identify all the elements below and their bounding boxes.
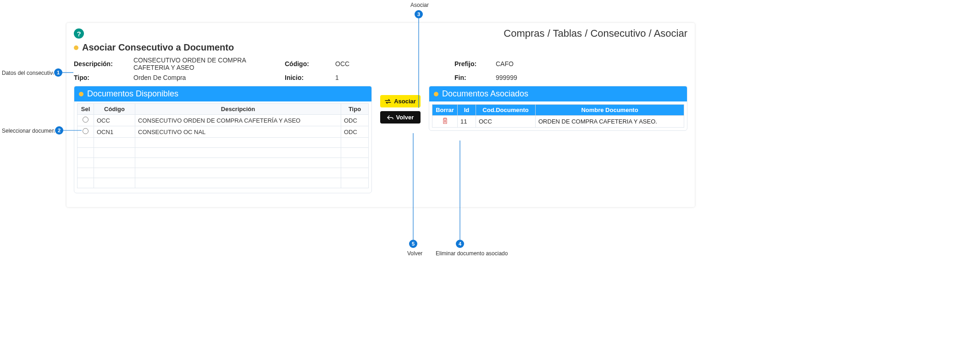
table-row: OCC CONSECUTIVO ORDEN DE COMPRA CAFETERÍ… (78, 115, 369, 126)
th-borrar: Borrar (432, 105, 458, 116)
value-codigo: OCC (335, 60, 450, 67)
annotation-marker: 4 (456, 240, 464, 248)
table-asociados: Borrar Id Cod.Documento Nombre Documento (432, 104, 684, 128)
label-descripcion: Descripción: (74, 60, 129, 67)
annotation-label: Volver (407, 250, 422, 257)
cell-codigo: OCC (94, 115, 135, 126)
annotation-label: Asociar (410, 2, 429, 8)
th-tipo: Tipo (341, 104, 369, 115)
cell-cod: OCC (476, 116, 536, 128)
cell-tipo: ODC (341, 126, 369, 138)
section-title-row: Asociar Consecutivo a Documento (74, 42, 687, 53)
panel-header-asociados: Documentos Asociados (429, 86, 687, 101)
annotation-label: Seleccionar documento (2, 128, 59, 134)
cell-descripcion: CONSECUTIVO OC NAL (135, 126, 341, 138)
table-row-empty (78, 178, 369, 188)
value-tipo: Orden De Compra (133, 74, 280, 81)
help-icon[interactable]: ? (74, 28, 84, 39)
annotation-marker: 3 (415, 10, 423, 18)
top-row: ? Compras / Tablas / Consecutivo / Asoci… (74, 28, 687, 39)
value-descripcion: CONSECUTIVO ORDEN DE COMPRA CAFETERIA Y … (133, 56, 280, 71)
table-row-empty (78, 158, 369, 168)
label-tipo: Tipo: (74, 74, 129, 81)
th-nombre: Nombre Documento (536, 105, 684, 116)
breadcrumb: Compras / Tablas / Consecutivo / Asociar (504, 28, 687, 39)
table-row: OCN1 CONSECUTIVO OC NAL ODC (78, 126, 369, 138)
delete-icon[interactable] (442, 118, 448, 125)
table-row-empty (78, 168, 369, 178)
section-title: Asociar Consecutivo a Documento (82, 42, 234, 53)
columns: Documentos Disponibles Sel Código Descri… (74, 86, 687, 193)
label-codigo: Código: (285, 60, 331, 67)
volver-button[interactable]: Volver (380, 111, 421, 124)
documentos-asociados-panel: Documentos Asociados Borrar Id Cod.Docum… (429, 86, 687, 131)
label-fin: Fin: (454, 74, 491, 81)
table-row-empty (78, 138, 369, 148)
back-arrow-icon (387, 115, 393, 120)
select-radio[interactable] (83, 128, 89, 134)
asociar-label: Asociar (394, 98, 416, 105)
th-cod: Cod.Documento (476, 105, 536, 116)
main-panel: ? Compras / Tablas / Consecutivo / Asoci… (66, 23, 695, 207)
table-row: 11 OCC ORDEN DE COMPRA CAFETERIA Y ASEO. (432, 116, 684, 128)
th-id: Id (458, 105, 476, 116)
action-buttons: Asociar Volver (377, 95, 423, 124)
annotation-marker: 5 (409, 240, 417, 248)
swap-icon (385, 99, 391, 104)
panel-title-asociados: Documentos Asociados (442, 89, 528, 99)
annotation-label: Eliminar documento asociado (436, 250, 508, 257)
select-radio[interactable] (83, 117, 89, 123)
value-prefijo: CAFO (496, 60, 587, 67)
consecutivo-info: Descripción: CONSECUTIVO ORDEN DE COMPRA… (74, 56, 687, 81)
cell-tipo: ODC (341, 115, 369, 126)
cell-id: 11 (458, 116, 476, 128)
annotation-label: Datos del consecutivo (2, 70, 55, 76)
bullet-icon (74, 45, 78, 50)
cell-codigo: OCN1 (94, 126, 135, 138)
table-row-empty (78, 148, 369, 158)
bullet-icon (434, 92, 438, 96)
label-prefijo: Prefijo: (454, 60, 491, 67)
cell-nombre: ORDEN DE COMPRA CAFETERIA Y ASEO. (536, 116, 684, 128)
documentos-disponibles-panel: Documentos Disponibles Sel Código Descri… (74, 86, 372, 193)
bullet-icon (79, 92, 83, 96)
value-inicio: 1 (335, 74, 450, 81)
label-inicio: Inicio: (285, 74, 331, 81)
value-fin: 999999 (496, 74, 587, 81)
panel-header-disponibles: Documentos Disponibles (74, 86, 371, 101)
volver-label: Volver (396, 114, 414, 121)
panel-title-disponibles: Documentos Disponibles (87, 89, 178, 99)
th-codigo: Código (94, 104, 135, 115)
th-descripcion: Descripción (135, 104, 341, 115)
table-disponibles: Sel Código Descripción Tipo OCC CONSECUT… (77, 103, 369, 188)
th-sel: Sel (78, 104, 94, 115)
annotation-marker: 2 (55, 126, 63, 135)
cell-descripcion: CONSECUTIVO ORDEN DE COMPRA CAFETERÍA Y … (135, 115, 341, 126)
annotation-marker: 1 (54, 68, 62, 77)
asociar-button[interactable]: Asociar (380, 95, 421, 107)
